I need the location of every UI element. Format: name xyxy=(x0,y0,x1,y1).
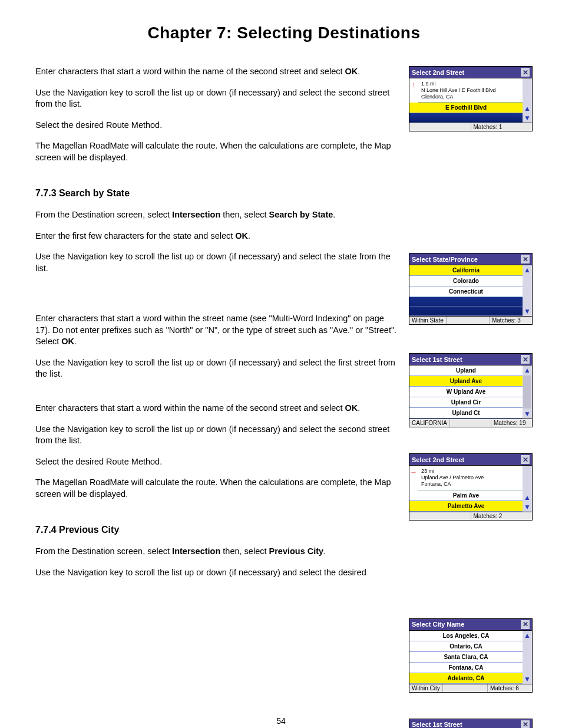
screenshot-title: Select State/Province xyxy=(412,256,478,263)
screenshot-select-1st-street: Select 1st Street ✕ Upland Upland Ave W … xyxy=(409,353,533,427)
scrollbar[interactable]: ▲ ▼ xyxy=(523,78,532,123)
section-heading-773: 7.7.3 Search by State xyxy=(35,187,398,200)
distance-text: 23 mi xyxy=(421,468,519,475)
list-item[interactable]: Colorado xyxy=(409,276,523,286)
paragraph: The Magellan RoadMate will calculate the… xyxy=(35,477,398,500)
scroll-down-icon[interactable]: ▼ xyxy=(523,409,532,419)
list-item[interactable]: Adelanto, CA xyxy=(409,673,523,684)
status-left: CALIFORNIA xyxy=(409,419,450,427)
matches-text: Matches: 19 xyxy=(491,419,532,427)
scroll-up-icon[interactable]: ▲ xyxy=(523,631,532,640)
list-item[interactable] xyxy=(409,113,523,123)
status-left: Within State xyxy=(409,317,447,324)
main-text-column: Enter characters that start a word withi… xyxy=(35,66,398,588)
paragraph: Use the Navigation key to scroll the lis… xyxy=(35,567,398,579)
page-number: 54 xyxy=(0,716,562,726)
address-line: Fontana, CA xyxy=(421,481,519,487)
paragraph: The Magellan RoadMate will calculate the… xyxy=(35,140,398,163)
page-title: Chapter 7: Selecting Destinations xyxy=(35,24,533,42)
paragraph: Use the Navigation key to scroll the lis… xyxy=(35,357,398,380)
list-item[interactable]: California xyxy=(409,265,523,276)
section-heading-774: 7.7.4 Previous City xyxy=(35,523,398,536)
screenshot-title: Select 1st Street xyxy=(412,356,462,363)
scrollbar[interactable]: ▲ ▼ xyxy=(523,365,532,419)
scrollbar[interactable]: ▲ ▼ xyxy=(523,631,532,684)
list-item[interactable]: Upland Ave xyxy=(409,376,523,387)
scroll-down-icon[interactable]: ▼ xyxy=(523,307,532,316)
screenshot-select-state: Select State/Province ✕ California Color… xyxy=(409,253,533,325)
list-item[interactable]: Palmetto Ave xyxy=(409,501,523,512)
address-line: Glendora, CA xyxy=(421,94,519,100)
screenshot-title: Select 2nd Street xyxy=(412,456,464,463)
status-left: Within City xyxy=(409,684,443,692)
direction-right-icon: → xyxy=(409,466,418,490)
matches-text: Matches: 3 xyxy=(490,317,532,324)
scroll-down-icon[interactable]: ▼ xyxy=(523,502,532,512)
paragraph: From the Destination screen, select Inte… xyxy=(35,546,398,558)
paragraph: Use the Navigation key to scroll the lis… xyxy=(35,251,398,274)
paragraph: Use the Navigation key to scroll the lis… xyxy=(35,424,398,447)
screenshot-select-2nd-street-1: Select 2nd Street ✕ ↑ 1.9 mi N Lone Hill… xyxy=(409,66,533,131)
list-item[interactable]: Fontana, CA xyxy=(409,663,523,673)
scroll-up-icon[interactable]: ▲ xyxy=(523,365,532,375)
list-item[interactable]: Upland Ct xyxy=(409,408,523,419)
screenshot-title: Select City Name xyxy=(412,621,464,628)
paragraph: Use the Navigation key to scroll the lis… xyxy=(35,87,398,110)
close-icon[interactable]: ✕ xyxy=(521,255,530,263)
matches-text: Matches: 2 xyxy=(471,512,533,520)
scroll-down-icon[interactable]: ▼ xyxy=(523,674,532,684)
paragraph: Enter the first few characters for the s… xyxy=(35,230,398,242)
scroll-up-icon[interactable]: ▲ xyxy=(523,493,532,502)
paragraph: Select the desired Route Method. xyxy=(35,120,398,131)
scroll-down-icon[interactable]: ▼ xyxy=(523,113,532,123)
scrollbar[interactable]: ▲ ▼ xyxy=(523,265,532,316)
paragraph: From the Destination screen, select Inte… xyxy=(35,209,398,221)
paragraph: Enter characters that start a word withi… xyxy=(35,66,398,78)
list-item[interactable]: Upland xyxy=(409,365,523,376)
list-item[interactable]: W Upland Ave xyxy=(409,387,523,397)
scrollbar[interactable]: ▲ ▼ xyxy=(523,466,532,511)
list-item[interactable]: Palm Ave xyxy=(409,490,523,501)
scroll-up-icon[interactable]: ▲ xyxy=(523,104,532,113)
scroll-up-icon[interactable]: ▲ xyxy=(523,265,532,275)
list-item[interactable] xyxy=(409,297,523,307)
list-item[interactable] xyxy=(409,307,523,316)
close-icon[interactable]: ✕ xyxy=(521,620,530,629)
distance-text: 1.9 mi xyxy=(421,81,519,87)
close-icon[interactable]: ✕ xyxy=(521,455,530,464)
list-item[interactable]: Upland Cir xyxy=(409,397,523,408)
screenshot-select-city-name: Select City Name ✕ Los Angeles, CA Ontar… xyxy=(409,618,533,693)
matches-text: Matches: 1 xyxy=(471,123,533,131)
list-item[interactable]: Los Angeles, CA xyxy=(409,631,523,641)
list-item[interactable]: Connecticut xyxy=(409,286,523,297)
close-icon[interactable]: ✕ xyxy=(521,68,530,77)
paragraph: Select the desired Route Method. xyxy=(35,456,398,468)
list-item[interactable]: E Foothill Blvd xyxy=(409,103,523,113)
paragraph: Enter characters that start a word withi… xyxy=(35,313,398,348)
address-line: N Lone Hill Ave / E Foothill Blvd xyxy=(421,87,519,94)
paragraph: Enter characters that start a word withi… xyxy=(35,403,398,414)
list-item[interactable]: Santa Clara, CA xyxy=(409,652,523,663)
close-icon[interactable]: ✕ xyxy=(521,355,530,364)
address-line: Upland Ave / Palmetto Ave xyxy=(421,475,519,481)
direction-up-icon: ↑ xyxy=(409,78,418,103)
list-item[interactable]: Ontario, CA xyxy=(409,641,523,652)
screenshot-column: Select 2nd Street ✕ ↑ 1.9 mi N Lone Hill… xyxy=(409,66,533,728)
screenshot-title: Select 2nd Street xyxy=(412,69,464,76)
matches-text: Matches: 6 xyxy=(488,684,532,692)
screenshot-select-2nd-street-2: Select 2nd Street ✕ → 23 mi Upland Ave /… xyxy=(409,453,533,520)
